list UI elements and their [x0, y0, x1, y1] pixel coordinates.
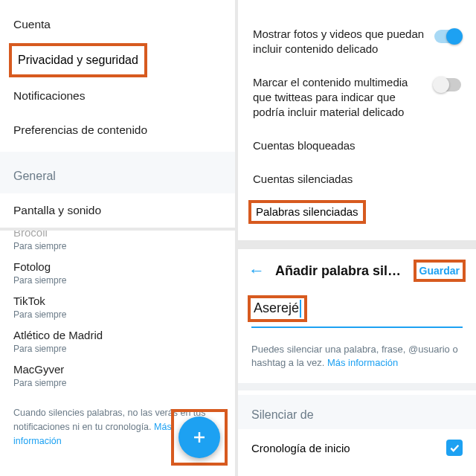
section-general: General [0, 152, 235, 193]
muted-words-label: Palabras silenciadas [256, 205, 358, 218]
sensitive-media-row[interactable]: Mostrar fotos y videos que puedan inclui… [238, 18, 476, 66]
settings-left-column: Cuenta Privacidad y seguridad Notificaci… [0, 0, 238, 476]
mute-from-header: Silenciar de [238, 395, 476, 429]
muted-word-sub: Para siempre [13, 344, 222, 354]
word-input-highlight: Aserejé [248, 295, 307, 321]
settings-right-column: Mostrar fotos y videos que puedan inclui… [238, 0, 476, 476]
muted-word-title[interactable]: TikTok [13, 295, 222, 307]
add-muted-word-panel: ← Añadir palabra silen… Guardar Aserejé … [238, 246, 476, 476]
save-button-highlight: Guardar [414, 260, 466, 282]
home-timeline-checkbox[interactable] [446, 440, 463, 456]
muted-word-title[interactable]: MacGyver [13, 363, 222, 376]
muted-word-sub: Para siempre [13, 275, 222, 286]
muted-word-title[interactable]: Brocoli [13, 231, 222, 239]
muted-word-sub: Para siempre [13, 241, 222, 251]
muted-word-title[interactable]: Atlético de Madrid [13, 329, 222, 341]
mark-sensitive-toggle[interactable] [434, 78, 461, 91]
menu-content-prefs[interactable]: Preferencias de contenido [0, 113, 235, 147]
back-arrow-icon[interactable]: ← [248, 261, 265, 280]
muted-word-sub: Para siempre [13, 378, 222, 388]
menu-privacy-label: Privacidad y seguridad [18, 54, 138, 66]
word-input-area[interactable]: Aserejé [238, 292, 476, 333]
notifications-row[interactable]: Notificaciones [238, 466, 476, 476]
word-input[interactable]: Aserejé [254, 300, 301, 317]
home-timeline-row[interactable]: Cronología de inicio [238, 429, 476, 466]
muted-word-sub: Para siempre [13, 309, 222, 320]
privacy-settings-panel: Mostrar fotos y videos que puedan inclui… [238, 0, 476, 240]
blocked-accounts-row[interactable]: Cuentas bloqueadas [238, 129, 476, 162]
menu-screen-sound[interactable]: Pantalla y sonido [0, 193, 235, 228]
sensitive-media-label: Mostrar fotos y videos que puedan inclui… [253, 27, 425, 57]
appbar-title: Añadir palabra silen… [275, 263, 403, 279]
mark-sensitive-label: Marcar el contenido multimedia que twitt… [253, 75, 425, 120]
appbar: ← Añadir palabra silen… Guardar [238, 249, 476, 292]
muted-accounts-row[interactable]: Cuentas silenciadas [238, 162, 476, 196]
home-timeline-label: Cronología de inicio [251, 442, 350, 454]
divider [238, 383, 476, 390]
menu-account[interactable]: Cuenta [0, 7, 235, 42]
mark-sensitive-row[interactable]: Marcar el contenido multimedia que twitt… [238, 66, 476, 129]
helper-more-info-link[interactable]: Más información [327, 357, 398, 368]
muted-words-row[interactable]: Palabras silenciadas [248, 200, 366, 224]
plus-icon [190, 428, 208, 446]
menu-notifications[interactable]: Notificaciones [0, 79, 235, 113]
muted-word-title[interactable]: Fotolog [13, 260, 222, 273]
menu-privacy-security[interactable]: Privacidad y seguridad [9, 43, 147, 77]
add-word-fab[interactable] [178, 416, 220, 458]
check-icon [448, 442, 460, 454]
save-button[interactable]: Guardar [419, 265, 460, 277]
input-helper-text: Puedes silenciar una palabra, frase, @us… [238, 334, 476, 383]
input-underline [251, 327, 463, 328]
sensitive-media-toggle[interactable] [434, 30, 461, 43]
